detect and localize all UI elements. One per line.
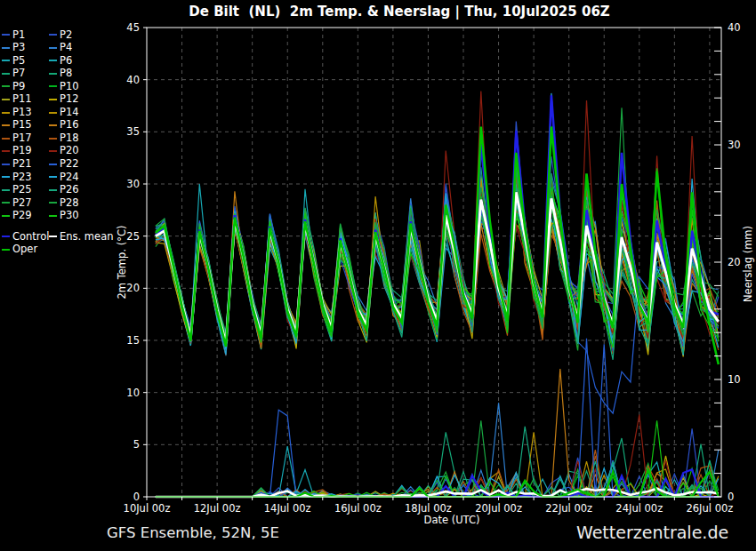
- x-axis-title: Date (UTC): [424, 514, 480, 526]
- tick-labels: 05101520253035404501020304010Jul 00z12Ju…: [124, 21, 741, 515]
- precip-line-P28: [156, 420, 719, 497]
- y-axis-title-precip: Neerslag (mm): [742, 226, 754, 302]
- footer-model-info: GFS Ensemble, 52N, 5E: [107, 524, 279, 541]
- y-right-tick-label: 10: [728, 373, 741, 386]
- y-right-tick-label: 30: [728, 139, 741, 151]
- y-left-tick-label: 35: [126, 125, 140, 138]
- ensemble-lines: [156, 92, 719, 497]
- x-tick-label: 24Jul 00z: [615, 502, 663, 515]
- y-right-tick-label: 20: [728, 256, 741, 268]
- y-left-tick-label: 40: [126, 74, 140, 86]
- x-tick-label: 22Jul 00z: [545, 502, 592, 515]
- y-left-tick-label: 10: [126, 387, 140, 399]
- x-tick-label: 10Jul 00z: [124, 502, 171, 515]
- y-left-tick-label: 15: [126, 334, 140, 347]
- ensemble-chart-svg: 05101520253035404501020304010Jul 00z12Ju…: [0, 0, 756, 551]
- y-left-tick-label: 30: [126, 178, 140, 190]
- footer-site-name: Wetterzentrale.de: [576, 523, 728, 542]
- meteogram-screen: De Bilt (NL) 2m Temp. & Neerslag | Thu, …: [0, 0, 756, 551]
- y-left-tick-label: 20: [126, 282, 140, 294]
- y-axis-title-temp: 2m Temp. (°C): [116, 226, 128, 299]
- y-right-tick-label: 0: [728, 491, 734, 503]
- y-left-tick-label: 5: [133, 438, 140, 451]
- x-tick-label: 12Jul 00z: [194, 502, 241, 515]
- y-left-tick-label: 0: [133, 491, 140, 503]
- x-tick-label: 26Jul 00z: [686, 502, 733, 515]
- y-left-tick-label: 25: [126, 230, 140, 243]
- x-tick-label: 16Jul 00z: [334, 502, 382, 515]
- y-right-tick-label: 40: [728, 21, 741, 34]
- precip-line-P30: [156, 420, 719, 497]
- x-tick-label: 14Jul 00z: [264, 502, 311, 515]
- precip-line-P22: [156, 339, 719, 497]
- x-tick-label: 20Jul 00z: [475, 502, 522, 515]
- x-tick-label: 18Jul 00z: [405, 502, 452, 515]
- y-left-tick-label: 45: [126, 21, 140, 34]
- precip-line-P26: [156, 427, 719, 497]
- precip-line-P19: [156, 415, 719, 497]
